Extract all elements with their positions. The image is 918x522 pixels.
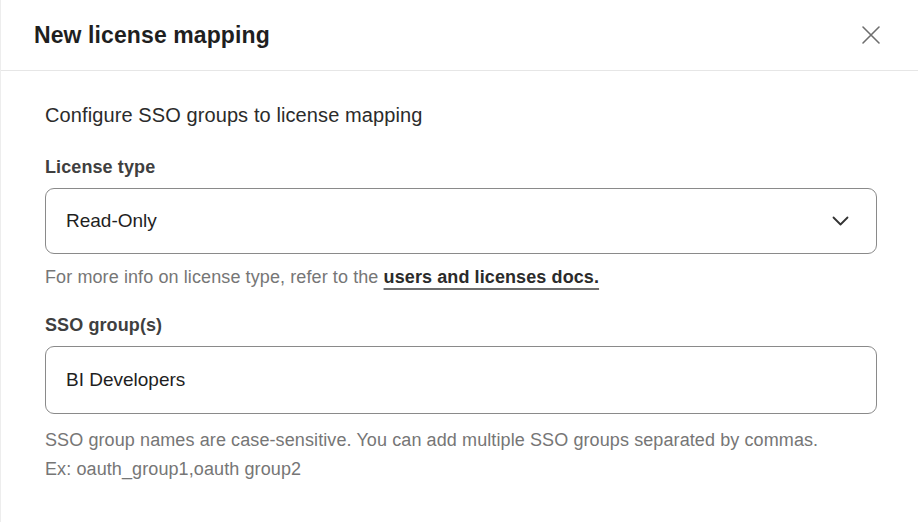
sso-groups-label: SSO group(s) (45, 315, 877, 336)
new-license-mapping-modal: New license mapping Configure SSO groups… (0, 0, 918, 522)
close-button[interactable] (854, 18, 888, 52)
license-type-label: License type (45, 157, 877, 178)
sso-groups-input[interactable] (45, 346, 877, 414)
license-type-help-prefix: For more info on license type, refer to … (45, 267, 384, 287)
users-and-licenses-docs-link[interactable]: users and licenses docs. (384, 267, 600, 287)
intro-text: Configure SSO groups to license mapping (45, 104, 877, 127)
chevron-down-icon (832, 216, 849, 227)
modal-header: New license mapping (1, 0, 918, 71)
close-icon (858, 22, 884, 48)
license-type-select[interactable]: Read-Only (45, 188, 877, 254)
modal-body: Configure SSO groups to license mapping … (1, 71, 918, 484)
modal-title: New license mapping (34, 22, 270, 49)
license-type-help-text: For more info on license type, refer to … (45, 267, 877, 288)
sso-groups-help-text: SSO group names are case-sensitive. You … (45, 426, 825, 484)
license-type-selected-value: Read-Only (66, 210, 157, 232)
